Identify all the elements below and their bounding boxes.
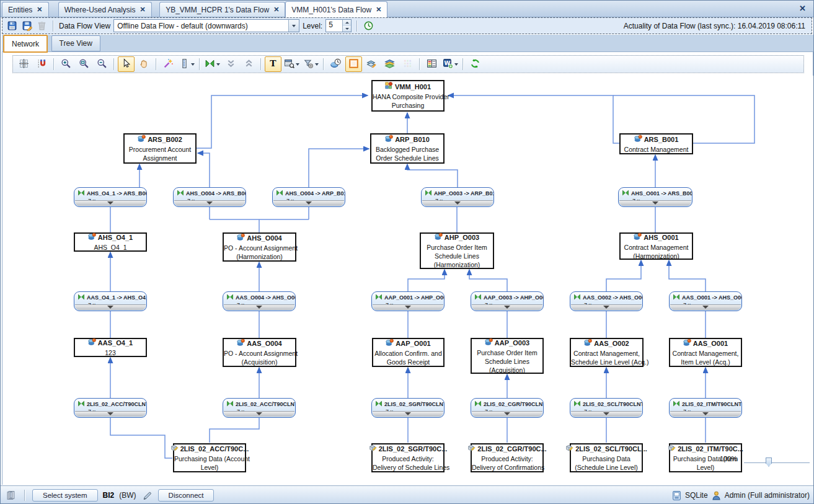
data-node[interactable]: AHP_O003Purchase Order ItemSchedule Line… — [420, 232, 494, 269]
tool-frame[interactable] — [345, 56, 362, 72]
tool-zoom-fit[interactable] — [76, 56, 92, 72]
collapse-handle[interactable] — [571, 304, 642, 310]
tool-grid[interactable] — [15, 56, 32, 72]
data-node[interactable]: AAS_O4_1123 — [74, 338, 147, 357]
tool-pan[interactable] — [136, 56, 153, 72]
collapse-handle[interactable] — [472, 304, 542, 310]
chevron-down-icon[interactable] — [191, 63, 195, 66]
collapse-handle[interactable] — [373, 304, 443, 310]
tool-transformation[interactable] — [203, 56, 221, 72]
spin-down-icon[interactable] — [343, 26, 351, 32]
chevron-down-icon[interactable] — [315, 63, 319, 66]
tab-entities[interactable]: Entities✕ — [2, 2, 49, 17]
tool-zoom-out[interactable] — [94, 56, 110, 72]
tool-zoom-in[interactable] — [58, 56, 74, 72]
transformation-node[interactable]: 2LIS_02_SGR/T90CLNT090 ->...7.x — [371, 398, 445, 418]
tool-legend[interactable] — [423, 56, 440, 72]
collapse-handle[interactable] — [273, 200, 344, 206]
tool-refresh[interactable] — [467, 56, 484, 72]
tool-clock[interactable] — [327, 56, 344, 72]
data-node[interactable]: 2LIS_02_CGR/T90C...Produced Activity:Del… — [471, 443, 544, 472]
chevron-down-icon[interactable] — [296, 63, 299, 66]
spin-up-icon[interactable] — [343, 20, 351, 26]
transformation-node[interactable]: AAP_O003 -> AHP_O0037.x — [471, 291, 544, 311]
collapse-handle[interactable] — [619, 200, 691, 206]
close-icon[interactable]: ✕ — [273, 6, 279, 14]
chevron-down-icon[interactable] — [216, 63, 220, 66]
pen-icon[interactable] — [141, 490, 153, 502]
close-icon[interactable]: ✕ — [376, 6, 381, 14]
data-node[interactable]: 2LIS_02_ACC/T90C...Purchasing Data (Acco… — [173, 443, 246, 472]
transformation-node[interactable]: 2LIS_02_ITM/T90CLNT090 ->...7.x — [669, 398, 742, 418]
tool-layout[interactable] — [178, 56, 196, 72]
data-node[interactable]: AAS_O002Contract Management,Schedule Lin… — [570, 338, 644, 367]
tab-vmm-h001-s-data-flow[interactable]: VMM_H001's Data Flow✕ — [285, 1, 387, 17]
data-node[interactable]: ARP_B010Backlogged PurchaseOrder Schedul… — [370, 133, 445, 164]
tool-word-export[interactable]: W — [441, 56, 459, 72]
collapse-handle[interactable] — [422, 200, 493, 206]
transformation-node[interactable]: 2LIS_02_ACC/T90CLNT090 ->...7.x — [74, 398, 147, 418]
transformation-node[interactable]: AAS_O004 -> AHS_O0047.x — [223, 291, 296, 311]
chevron-down-icon[interactable] — [288, 20, 299, 32]
clock-check-icon[interactable] — [363, 20, 374, 32]
view-tab-tree-view[interactable]: Tree View — [51, 35, 100, 51]
transformation-node[interactable]: AAP_O001 -> AHP_O0037.x — [371, 291, 445, 311]
tool-layers-edit[interactable] — [363, 56, 380, 72]
tab-where-used-analysis[interactable]: Where-Used Analysis✕ — [58, 2, 152, 17]
zoom-slider-track[interactable] — [744, 462, 810, 464]
data-node[interactable]: AAS_O004PO - Account Assignment(Acquisit… — [223, 338, 296, 367]
data-node[interactable]: AHS_O4_1AHS_O4_1 — [74, 232, 147, 252]
tool-text[interactable]: T — [265, 56, 281, 72]
save-as-icon[interactable] — [21, 20, 33, 32]
transformation-node[interactable]: AHS_O001 -> ARS_B0017.x — [618, 187, 692, 207]
close-tab-group-icon[interactable]: ✕ — [799, 4, 806, 13]
tool-expand-all[interactable] — [223, 56, 239, 72]
collapse-handle[interactable] — [472, 411, 542, 417]
tool-collapse-all[interactable] — [241, 56, 257, 72]
level-stepper[interactable]: 5 — [325, 19, 352, 32]
collapse-handle[interactable] — [373, 411, 443, 417]
collapse-handle[interactable] — [670, 411, 741, 417]
data-flow-select[interactable]: Offline Data Flow - default (downwards) — [113, 19, 299, 32]
collapse-handle[interactable] — [75, 304, 146, 310]
level-value[interactable]: 5 — [326, 20, 342, 32]
select-system-button[interactable]: Select system — [32, 489, 98, 502]
data-node[interactable]: AAS_O001Contract Management,Item Level (… — [669, 338, 742, 367]
collapse-handle[interactable] — [224, 304, 294, 310]
data-node[interactable]: 2LIS_02_SCL/T90CL...Purchasing Data(Sche… — [570, 443, 643, 472]
tool-filter[interactable] — [302, 56, 320, 72]
collapse-handle[interactable] — [75, 200, 146, 206]
data-node[interactable]: AAP_O001Allocation Confirm. andGoods Rec… — [372, 338, 445, 367]
data-node[interactable]: AHS_O004PO - Account Assignment(Harmoniz… — [223, 232, 296, 262]
collapse-handle[interactable] — [670, 304, 741, 310]
system-list-icon[interactable] — [6, 490, 17, 502]
data-node[interactable]: ARS_B002Procurement AccountAssignment — [123, 133, 197, 164]
data-node[interactable]: AHS_O001Contract Management(Harmonizatio… — [619, 232, 693, 260]
transformation-node[interactable]: AAS_O002 -> AHS_O0017.x — [570, 291, 643, 311]
tool-pointer[interactable] — [118, 56, 135, 72]
data-node[interactable]: ARS_B001Contract Management — [619, 133, 693, 154]
close-icon[interactable]: ✕ — [140, 6, 146, 14]
collapse-handle[interactable] — [224, 411, 294, 417]
disconnect-button[interactable]: Disconnect — [158, 489, 215, 502]
transformation-node[interactable]: 2LIS_02_ACC/T90CLNT090 ->...7.x — [223, 398, 296, 418]
transformation-node[interactable]: AHS_O4_1 -> ARS_B0027.x — [74, 187, 147, 207]
transformation-node[interactable]: AAS_O4_1 -> AHS_O4_17.x — [74, 291, 147, 311]
tool-view-options[interactable] — [283, 56, 301, 72]
close-icon[interactable]: ✕ — [37, 6, 42, 14]
save-icon[interactable] — [6, 20, 18, 32]
collapse-handle[interactable] — [174, 200, 245, 206]
tool-layers[interactable] — [381, 56, 398, 72]
tool-magic-wand[interactable] — [160, 56, 177, 72]
transformation-node[interactable]: 2LIS_02_SCL/T90CLNT090 ->...7.x — [570, 398, 643, 418]
collapse-handle[interactable] — [75, 411, 146, 417]
collapse-handle[interactable] — [571, 411, 642, 417]
tab-yb-vmm-hcpr-1-s-data-flow[interactable]: YB_VMM_HCPR 1's Data Flow✕ — [159, 2, 285, 17]
diagram-canvas[interactable]: 100% VMM_H001HANA Composite ProviderPurc… — [2, 76, 814, 485]
data-node[interactable]: VMM_H001HANA Composite ProviderPurchasin… — [371, 80, 445, 112]
transformation-node[interactable]: AHS_O004 -> ARS_B0027.x — [173, 187, 246, 207]
chevron-down-icon[interactable] — [454, 63, 458, 66]
transformation-node[interactable]: AAS_O001 -> AHS_O0017.x — [669, 291, 742, 311]
transformation-node[interactable]: 2LIS_02_CGR/T90CLNT090 ->...7.x — [471, 398, 544, 418]
transformation-node[interactable]: AHP_O003 -> ARP_B0107.x — [421, 187, 494, 207]
